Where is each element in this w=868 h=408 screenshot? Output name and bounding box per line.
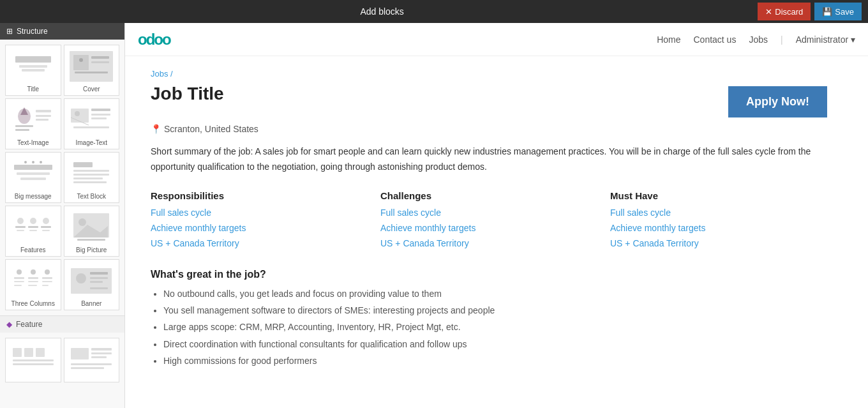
sidebar-block-banner[interactable]: Banner (64, 259, 120, 310)
svg-rect-63 (90, 281, 103, 283)
sidebar-block-feat1[interactable] (5, 338, 61, 382)
svg-rect-29 (73, 162, 93, 167)
grid-icon: ⊞ (6, 27, 13, 36)
chal-item-0: Full sales cycle (380, 208, 597, 218)
sidebar-block-text-block[interactable]: Text Block (64, 152, 120, 203)
svg-rect-66 (13, 359, 54, 361)
resp-item-2: US + Canada Territory (151, 238, 368, 248)
bullet-list: No outbound calls, you get leads and foc… (151, 287, 827, 368)
challenges-header: Challenges (380, 190, 597, 201)
odoo-nav: odoo Home Contact us Jobs | Administrato… (125, 23, 868, 56)
svg-rect-8 (91, 61, 109, 63)
svg-rect-72 (91, 352, 112, 354)
svg-rect-32 (73, 178, 103, 179)
sidebar-block-feat2[interactable] (64, 338, 120, 382)
diamond-icon: ◆ (6, 320, 12, 329)
sidebar-block-text-image[interactable]: Text-Image (5, 98, 61, 149)
main-layout: ⊞ Structure Title (0, 23, 868, 408)
job-title: Job Title (151, 84, 224, 104)
svg-rect-11 (15, 125, 33, 127)
features-block-label: Features (20, 246, 45, 253)
svg-rect-50 (14, 277, 24, 279)
svg-rect-14 (36, 115, 51, 117)
close-icon: ✕ (765, 7, 772, 17)
svg-rect-38 (28, 226, 38, 228)
must-have-header: Must Have (610, 190, 827, 201)
features-thumb (10, 211, 56, 244)
bullet-item-2: Large apps scope: CRM, MRP, Accounting, … (163, 320, 827, 334)
svg-rect-74 (71, 363, 112, 365)
nav-contact[interactable]: Contact us (693, 34, 736, 45)
apply-now-button[interactable]: Apply Now! (728, 86, 827, 117)
big-picture-block-label: Big Picture (76, 246, 107, 253)
svg-point-44 (79, 218, 86, 226)
responsibilities-section: Responsibilities Full sales cycle Achiev… (151, 190, 827, 253)
svg-rect-1 (19, 65, 47, 68)
cover-block-label: Cover (83, 86, 100, 93)
image-text-block-label: Image-Text (76, 139, 107, 146)
chal-item-2: US + Canada Territory (380, 238, 597, 248)
challenges-col: Challenges Full sales cycle Achieve mont… (380, 190, 597, 253)
job-header: Job Title Apply Now! (151, 84, 827, 117)
breadcrumb-jobs-link[interactable]: Jobs / (151, 69, 173, 79)
svg-rect-21 (91, 117, 107, 119)
svg-rect-25 (20, 178, 46, 180)
svg-rect-55 (42, 281, 52, 282)
svg-rect-23 (14, 165, 52, 170)
chal-item-1: Achieve monthly targets (380, 223, 597, 233)
sidebar-block-features[interactable]: Features (5, 206, 61, 257)
big-message-thumb (10, 157, 56, 190)
three-columns-block-label: Three Columns (11, 300, 55, 307)
svg-point-28 (40, 161, 42, 163)
svg-rect-52 (42, 277, 52, 279)
svg-rect-15 (36, 119, 49, 121)
svg-rect-42 (42, 230, 50, 231)
block-grid: Title Cover (0, 40, 124, 315)
text-block-label: Text Block (77, 193, 106, 200)
bullet-item-0: No outbound calls, you get leads and foc… (163, 287, 827, 301)
sidebar-block-three-columns[interactable]: Three Columns (5, 259, 61, 310)
bullet-item-4: High commissions for good performers (163, 354, 827, 368)
sidebar-block-image-text[interactable]: Image-Text (64, 98, 120, 149)
must-item-1: Achieve monthly targets (610, 223, 827, 233)
nav-jobs[interactable]: Jobs (749, 34, 768, 45)
svg-point-17 (75, 111, 80, 116)
location-pin-icon: 📍 (151, 124, 161, 134)
image-text-thumb (68, 103, 114, 137)
svg-point-26 (24, 161, 27, 163)
banner-block-label: Banner (81, 300, 101, 307)
svg-rect-7 (91, 56, 109, 59)
svg-rect-4 (73, 55, 89, 70)
bullet-item-1: You sell management software to director… (163, 303, 827, 317)
whats-great-header: What's great in the job? (151, 269, 827, 280)
svg-rect-56 (14, 285, 22, 286)
svg-rect-37 (15, 226, 26, 228)
feat1-thumb (10, 344, 56, 377)
responsibilities-col: Responsibilities Full sales cycle Achiev… (151, 190, 368, 253)
text-image-block-label: Text-Image (17, 139, 49, 146)
svg-point-49 (45, 269, 50, 275)
svg-point-27 (32, 161, 34, 163)
nav-home[interactable]: Home (657, 34, 680, 45)
sidebar-block-big-message[interactable]: Big message (5, 152, 61, 203)
feat2-thumb (68, 344, 114, 377)
svg-point-5 (79, 58, 83, 62)
save-icon: 💾 (822, 7, 832, 17)
sidebar-block-big-picture[interactable]: Big Picture (64, 206, 120, 257)
banner-thumb (68, 264, 114, 298)
sidebar-block-cover[interactable]: Cover (64, 45, 120, 96)
svg-rect-16 (71, 109, 89, 123)
svg-rect-12 (15, 129, 29, 131)
save-button[interactable]: 💾 Save (814, 3, 862, 20)
sidebar-block-title[interactable]: Title (5, 45, 61, 96)
svg-rect-6 (75, 72, 108, 73)
svg-rect-73 (91, 356, 107, 358)
breadcrumb: Jobs / (151, 69, 827, 79)
resp-item-1: Achieve monthly targets (151, 223, 368, 233)
bullet-item-3: Direct coordination with functional cons… (163, 337, 827, 351)
responsibilities-header: Responsibilities (151, 190, 368, 201)
must-have-col: Must Have Full sales cycle Achieve month… (610, 190, 827, 253)
nav-admin[interactable]: Administrator ▾ (796, 34, 855, 45)
discard-button[interactable]: ✕ Discard (758, 3, 811, 20)
feature-section-header: ◆ Feature (0, 315, 124, 333)
